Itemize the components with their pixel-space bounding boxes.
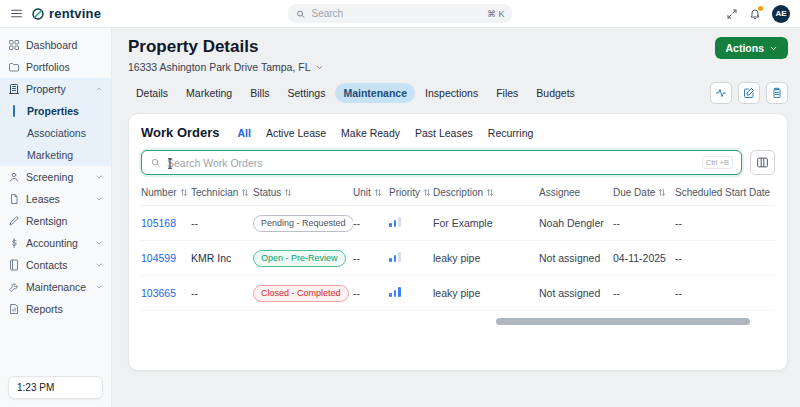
work-order-number-link[interactable]: 103665: [141, 287, 176, 299]
property-tabs: Details Marketing Bills Settings Mainten…: [128, 83, 583, 103]
sidebar-item-property[interactable]: Property: [0, 78, 111, 100]
cell-scheduled-start-date: --: [675, 287, 775, 299]
tab-maintenance[interactable]: Maintenance: [335, 83, 415, 103]
page-title: Property Details: [128, 37, 324, 57]
folder-icon: [8, 61, 20, 73]
tab-bills[interactable]: Bills: [242, 83, 277, 103]
sidebar-item-associations[interactable]: Associations: [0, 122, 111, 144]
sidebar-item-marketing[interactable]: Marketing: [0, 144, 111, 166]
scrollbar-thumb[interactable]: [496, 318, 750, 325]
priority-icon: [389, 287, 401, 297]
dashboard-icon: [8, 39, 20, 51]
main-content: Property Details 16333 Ashington Park Dr…: [112, 28, 800, 407]
cell-unit: --: [353, 217, 389, 229]
sidebar-item-accounting[interactable]: Accounting: [0, 232, 111, 254]
column-header-scheduled-start-date[interactable]: Scheduled Start Date: [675, 187, 775, 198]
cell-due-date: --: [613, 217, 675, 229]
table-row[interactable]: 105168 -- Pending - Requested -- For Exa…: [141, 206, 775, 241]
sidebar-item-rentsign[interactable]: Rentsign: [0, 210, 111, 232]
work-order-number-link[interactable]: 105168: [141, 217, 176, 229]
property-selector[interactable]: 16333 Ashington Park Drive Tampa, FL: [128, 61, 324, 73]
sidebar-item-label: Portfolios: [26, 61, 70, 73]
tab-settings[interactable]: Settings: [279, 83, 333, 103]
tab-details[interactable]: Details: [128, 83, 176, 103]
sidebar-item-label: Contacts: [26, 259, 67, 271]
cell-scheduled-start-date: --: [675, 217, 775, 229]
sidebar-item-label: Rentsign: [26, 215, 67, 227]
sidebar-item-dashboard[interactable]: Dashboard: [0, 34, 111, 56]
table-row[interactable]: 104599 KMR Inc Open - Pre-Review -- leak…: [141, 241, 775, 276]
tab-marketing[interactable]: Marketing: [178, 83, 240, 103]
cell-unit: --: [353, 287, 389, 299]
columns-icon: [756, 156, 769, 169]
column-header-description[interactable]: Description: [433, 187, 539, 198]
chevron-down-icon: [95, 239, 103, 247]
search-icon: [296, 9, 306, 19]
actions-button[interactable]: Actions: [715, 37, 788, 59]
sidebar-item-reports[interactable]: Reports: [0, 298, 111, 320]
clipboard-button[interactable]: [766, 82, 788, 104]
filter-active-lease[interactable]: Active Lease: [266, 127, 326, 139]
chevron-down-icon: [95, 173, 103, 181]
sidebar-item-screening[interactable]: Screening: [0, 166, 111, 188]
filter-past-leases[interactable]: Past Leases: [415, 127, 473, 139]
expand-icon[interactable]: [726, 8, 738, 20]
text-cursor: [166, 157, 174, 170]
sidebar-item-portfolios[interactable]: Portfolios: [0, 56, 111, 78]
document-icon: [8, 193, 20, 205]
sidebar-item-properties[interactable]: Properties: [0, 100, 111, 122]
status-badge: Pending - Requested: [253, 215, 353, 232]
topbar-actions: AE: [726, 5, 790, 23]
rentvine-logo[interactable]: rentvine: [31, 6, 101, 21]
chevron-down-icon: [315, 63, 324, 72]
clipboard-icon: [771, 87, 783, 99]
work-order-filters: All Active Lease Make Ready Past Leases …: [238, 127, 534, 139]
work-orders-search-input[interactable]: [167, 157, 696, 169]
edit-button[interactable]: [738, 82, 760, 104]
book-icon: [8, 259, 20, 271]
table-row[interactable]: 103665 -- Closed - Completed -- leaky pi…: [141, 276, 775, 311]
sidebar-item-label: Dashboard: [26, 39, 77, 51]
cell-technician: --: [191, 217, 253, 229]
report-icon: [8, 303, 20, 315]
logo-icon: [31, 7, 45, 21]
tab-files[interactable]: Files: [488, 83, 526, 103]
work-order-number-link[interactable]: 104599: [141, 252, 176, 264]
search-shortcut-hint: Ctrl +B: [702, 156, 733, 169]
column-header-number[interactable]: Number: [141, 187, 191, 198]
sidebar-item-leases[interactable]: Leases: [0, 188, 111, 210]
sort-icon: [374, 188, 382, 197]
filter-make-ready[interactable]: Make Ready: [341, 127, 400, 139]
clock-widget: 1:23 PM: [8, 376, 103, 399]
chevron-down-icon: [95, 261, 103, 269]
filter-all[interactable]: All: [238, 127, 251, 139]
activity-chart-button[interactable]: [710, 82, 732, 104]
sidebar-item-contacts[interactable]: Contacts: [0, 254, 111, 276]
global-search-input[interactable]: [312, 8, 481, 19]
sidebar-item-label: Reports: [26, 303, 63, 315]
column-header-unit[interactable]: Unit: [353, 187, 389, 198]
column-header-technician[interactable]: Technician: [191, 187, 253, 198]
bell-icon[interactable]: [749, 8, 761, 20]
sidebar-item-label: Accounting: [26, 237, 78, 249]
tab-inspections[interactable]: Inspections: [417, 83, 486, 103]
column-header-status[interactable]: Status: [253, 187, 353, 198]
cell-due-date: 04-11-2025: [613, 252, 675, 264]
work-orders-card: Work Orders All Active Lease Make Ready …: [128, 113, 788, 371]
column-header-assignee[interactable]: Assignee: [539, 187, 613, 198]
cell-assignee: Not assigned: [539, 252, 613, 264]
column-header-due-date[interactable]: Due Date: [613, 187, 675, 198]
priority-icon: [389, 217, 401, 227]
avatar[interactable]: AE: [772, 5, 790, 23]
sidebar-item-maintenance[interactable]: Maintenance: [0, 276, 111, 298]
column-header-priority[interactable]: Priority: [389, 187, 433, 198]
tab-budgets[interactable]: Budgets: [528, 83, 583, 103]
filter-recurring[interactable]: Recurring: [488, 127, 534, 139]
columns-settings-button[interactable]: [750, 150, 775, 175]
page-tools: [710, 82, 788, 104]
menu-icon[interactable]: [10, 7, 23, 20]
global-search[interactable]: ⌘ K: [288, 4, 513, 23]
search-icon: [150, 157, 161, 168]
card-title: Work Orders: [141, 125, 220, 140]
work-orders-search[interactable]: Ctrl +B: [141, 150, 742, 175]
